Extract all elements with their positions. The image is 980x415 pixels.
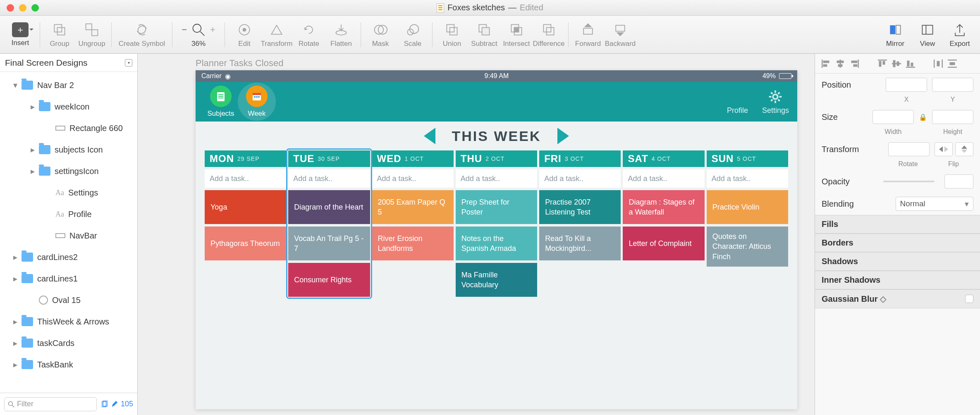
task-card[interactable]: Diagram of the Heart [288,190,370,224]
layer-oval15[interactable]: Oval 15 [0,289,137,311]
transform-button[interactable]: Transform [261,21,293,48]
flatten-button[interactable]: Flatten [325,21,357,48]
opacity-field[interactable] [944,174,973,188]
layer-cardlines2[interactable]: cardLines2 [0,246,137,268]
task-card[interactable]: Practise 2007 Listening Test [539,190,621,224]
layer-rect660[interactable]: Rectangle 660 [0,117,137,139]
flip-h-button[interactable] [935,142,953,156]
layer-taskcards[interactable]: taskCards [0,332,137,354]
task-card[interactable]: Quotes on Character: Atticus Finch [707,227,788,267]
day-column-thu[interactable]: THU2 OCTAdd a task..Prep Sheet for Poste… [456,150,537,297]
add-task-input[interactable]: Add a task.. [205,169,286,188]
fills-section[interactable]: Fills [815,215,980,234]
task-card[interactable]: Diagram : Stages of a Waterfall [623,190,704,224]
layer-subjectsicon[interactable]: subjects Icon [0,139,137,160]
zoom-window-button[interactable] [31,4,39,12]
prev-week-button[interactable] [424,128,435,144]
layer-taskbank[interactable]: TaskBank [0,354,137,375]
layer-profile-text[interactable]: AaProfile [0,203,137,225]
task-card[interactable]: Ma Famille Vocabulary [456,263,537,297]
day-column-sun[interactable]: SUN5 OCTAdd a task..Practice ViolinQuote… [707,150,788,297]
insert-button[interactable]: ＋ Insert [4,22,36,47]
nav-week-active[interactable]: Week [238,83,276,121]
next-week-button[interactable] [557,128,569,144]
size-height-field[interactable] [932,110,973,124]
task-card[interactable]: Yoga [205,190,286,224]
edit-button[interactable]: Edit [228,21,261,48]
zoom-control[interactable]: − + 36% [176,21,221,48]
rotate-button[interactable]: Rotate [293,21,325,48]
layer-filter-input[interactable]: Filter [4,397,97,411]
add-task-input[interactable]: Add a task.. [539,169,621,188]
flip-v-button[interactable] [955,142,973,156]
day-column-fri[interactable]: FRI3 OCTAdd a task..Practise 2007 Listen… [539,150,621,297]
nav-subjects[interactable]: Subjects [204,86,238,118]
task-card[interactable]: River Erosion Landforms [372,227,454,260]
mirror-button[interactable]: Mirror [879,21,911,48]
task-card[interactable]: Consumer Rights [288,263,370,297]
intersect-button[interactable]: Intersect [500,21,533,48]
artboard-label[interactable]: Planner Tasks Closed [196,58,283,69]
distribute-h-button[interactable] [932,58,944,69]
mask-button[interactable]: Mask [364,21,397,48]
task-card[interactable]: 2005 Exam Paper Q 5 [372,190,454,224]
close-window-button[interactable] [7,4,14,12]
forward-button[interactable]: Forward [572,21,604,48]
export-button[interactable]: Export [944,21,976,48]
task-card[interactable]: Pythagoras Theorum [205,227,286,260]
shadows-section[interactable]: Shadows [815,252,980,271]
task-card[interactable]: Notes on the Spanish Armada [456,227,537,260]
artboard[interactable]: Carrier◉ 9:49 AM 49% Subjects Week Pro [196,70,797,409]
lock-aspect-icon[interactable]: 🔒 [919,113,927,121]
align-hcenter-button[interactable] [834,58,846,69]
rotate-field[interactable] [888,142,930,156]
position-x-field[interactable] [886,78,927,92]
layer-navbar-rect[interactable]: NavBar [0,225,137,246]
task-card[interactable]: Letter of Complaint [623,227,704,260]
add-task-input[interactable]: Add a task.. [707,169,788,188]
layer-navbar2[interactable]: Nav Bar 2 [0,74,137,96]
subtract-button[interactable]: Subtract [468,21,500,48]
group-button[interactable]: Group [43,21,76,48]
align-right-button[interactable] [848,58,860,69]
gaussian-blur-section[interactable]: Gaussian Blur ◇ [815,289,980,308]
layer-settingsicon[interactable]: settingsIcon [0,160,137,182]
task-card[interactable]: Vocab An Trail Pg 5 - 7 [288,227,370,260]
add-task-input[interactable]: Add a task.. [623,169,704,188]
position-y-field[interactable] [932,78,973,92]
day-column-sat[interactable]: SAT4 OCTAdd a task..Diagram : Stages of … [623,150,704,297]
add-task-input[interactable]: Add a task.. [288,169,370,188]
distribute-v-button[interactable] [946,58,958,69]
size-width-field[interactable] [872,110,914,124]
align-bottom-button[interactable] [904,58,917,69]
task-card[interactable]: Read To Kill a Mockingbird... [539,227,621,260]
scale-button[interactable]: Scale [397,21,429,48]
day-column-mon[interactable]: MON29 SEPAdd a task..YogaPythagoras Theo… [205,150,286,297]
difference-button[interactable]: Difference [533,21,565,48]
ungroup-button[interactable]: Ungroup [76,21,108,48]
layer-thisweek[interactable]: ThisWeek & Arrows [0,311,137,332]
minimize-window-button[interactable] [19,4,26,12]
nav-settings[interactable]: Settings [762,89,789,115]
blending-select[interactable]: Normal▾ [896,197,974,211]
union-button[interactable]: Union [436,21,468,48]
opacity-slider[interactable] [883,181,935,182]
view-button[interactable]: View [911,21,944,48]
task-card[interactable]: Practice Violin [707,190,788,224]
layer-weekicon[interactable]: weekIcon [0,96,137,117]
task-card[interactable]: Prep Sheet for Poster [456,190,537,224]
align-vcenter-button[interactable] [890,58,903,69]
borders-section[interactable]: Borders [815,234,980,252]
nav-profile[interactable]: Profile [727,106,748,115]
add-task-input[interactable]: Add a task.. [456,169,537,188]
design-canvas[interactable]: Planner Tasks Closed Carrier◉ 9:49 AM 49… [138,54,815,415]
create-symbol-button[interactable]: Create Symbol [115,21,169,48]
layer-settings-text[interactable]: AaSettings [0,182,137,203]
page-selector[interactable]: Final Screen Designs [5,58,88,68]
backward-button[interactable]: Backward [604,21,636,48]
page-dropdown-icon[interactable]: ▾ [125,59,132,67]
day-column-tue[interactable]: TUE30 SEPAdd a task..Diagram of the Hear… [288,150,370,297]
add-task-input[interactable]: Add a task.. [372,169,454,188]
layer-cardlines1[interactable]: cardLines1 [0,268,137,289]
layer-count-badge[interactable]: 105 [101,400,133,408]
